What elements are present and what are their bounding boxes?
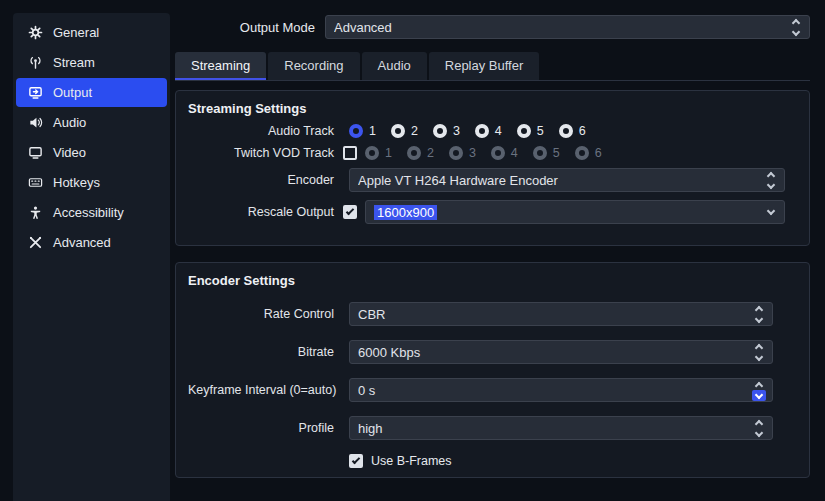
bitrate-label: Bitrate [188, 345, 343, 359]
radio-label: 5 [537, 124, 544, 138]
audio-track-option-2[interactable]: 2 [391, 124, 418, 138]
bitrate-value: 6000 Kbps [358, 345, 752, 360]
stream-icon [27, 55, 43, 71]
sidebar-item-label: General [53, 25, 99, 40]
rescale-combobox[interactable]: 1600x900 [365, 200, 785, 224]
keyframe-value: 0 s [358, 383, 752, 398]
radio-icon[interactable] [349, 124, 363, 138]
sidebar-item-output[interactable]: Output [16, 78, 167, 107]
b-frames-checkbox[interactable] [349, 454, 363, 468]
b-frames-row: Use B-Frames [188, 454, 797, 468]
profile-label: Profile [188, 421, 343, 435]
audio-track-radio-group: 1 2 3 4 5 6 [343, 124, 797, 138]
bitrate-spinbox[interactable]: 6000 Kbps [349, 340, 773, 364]
radio-icon[interactable] [391, 124, 405, 138]
twitch-vod-option-5: 5 [533, 146, 560, 160]
rescale-controls: 1600x900 [343, 200, 797, 224]
twitch-vod-option-2: 2 [407, 146, 434, 160]
sidebar-item-label: Stream [53, 55, 95, 70]
rate-control-row: Rate Control CBR [188, 302, 797, 326]
settings-sidebar: General Stream Output A [13, 13, 170, 501]
spin-up-button[interactable] [752, 379, 766, 390]
sidebar-item-label: Accessibility [53, 205, 124, 220]
twitch-vod-row: Twitch VOD Track 1 2 3 4 5 [188, 146, 797, 160]
radio-icon [533, 146, 547, 160]
rescale-row: Rescale Output 1600x900 [188, 200, 797, 224]
twitch-vod-checkbox[interactable] [343, 146, 357, 160]
radio-icon[interactable] [433, 124, 447, 138]
output-icon [27, 85, 43, 101]
sidebar-item-label: Video [53, 145, 86, 160]
output-mode-select[interactable]: Advanced [325, 15, 810, 39]
audio-track-option-3[interactable]: 3 [433, 124, 460, 138]
encoder-label: Encoder [188, 173, 343, 187]
gear-icon [27, 25, 43, 41]
sidebar-item-audio[interactable]: Audio [16, 108, 167, 137]
audio-track-row: Audio Track 1 2 3 4 5 [188, 124, 797, 138]
audio-track-label: Audio Track [188, 124, 343, 138]
profile-control: high [343, 416, 797, 440]
radio-icon[interactable] [517, 124, 531, 138]
spin-down-button[interactable] [752, 390, 766, 401]
rescale-value: 1600x900 [374, 205, 764, 220]
tab-streaming[interactable]: Streaming [175, 52, 266, 80]
rate-control-control: CBR [343, 302, 797, 326]
profile-row: Profile high [188, 416, 797, 440]
encoder-select[interactable]: Apple VT H264 Hardware Encoder [349, 168, 785, 192]
twitch-vod-controls: 1 2 3 4 5 6 [343, 146, 797, 160]
chevron-down-icon[interactable] [764, 207, 778, 218]
sidebar-item-general[interactable]: General [16, 18, 167, 47]
keyframe-label: Keyframe Interval (0=auto) [188, 383, 343, 397]
encoder-control: Apple VT H264 Hardware Encoder [343, 168, 797, 192]
radio-label: 6 [595, 146, 602, 160]
spin-down-button[interactable] [752, 352, 766, 363]
sidebar-item-label: Output [53, 85, 92, 100]
tab-recording[interactable]: Recording [268, 52, 359, 80]
audio-track-option-5[interactable]: 5 [517, 124, 544, 138]
radio-label: 1 [385, 146, 392, 160]
radio-label: 6 [579, 124, 586, 138]
spin-up-button[interactable] [752, 341, 766, 352]
radio-icon [491, 146, 505, 160]
radio-label: 3 [453, 124, 460, 138]
radio-icon [449, 146, 463, 160]
group-title: Encoder Settings [188, 273, 797, 288]
radio-icon [365, 146, 379, 160]
radio-icon [575, 146, 589, 160]
radio-icon[interactable] [475, 124, 489, 138]
twitch-vod-option-1: 1 [365, 146, 392, 160]
rate-control-value: CBR [358, 307, 752, 322]
twitch-vod-label: Twitch VOD Track [188, 146, 343, 160]
sidebar-item-advanced[interactable]: Advanced [16, 228, 167, 257]
hotkeys-icon [27, 175, 43, 191]
accessibility-icon [27, 205, 43, 221]
tab-replay-buffer[interactable]: Replay Buffer [429, 52, 540, 80]
keyframe-row: Keyframe Interval (0=auto) 0 s [188, 378, 797, 402]
audio-track-option-6[interactable]: 6 [559, 124, 586, 138]
profile-value: high [358, 421, 752, 436]
audio-track-option-4[interactable]: 4 [475, 124, 502, 138]
keyframe-spinbox[interactable]: 0 s [349, 378, 773, 402]
radio-icon[interactable] [559, 124, 573, 138]
chevron-updown-icon [764, 170, 778, 191]
profile-select[interactable]: high [349, 416, 773, 440]
tab-audio[interactable]: Audio [362, 52, 427, 80]
streaming-settings-group: Streaming Settings Audio Track 1 2 3 4 [175, 90, 810, 246]
b-frames-label: Use B-Frames [371, 454, 452, 468]
encoder-value: Apple VT H264 Hardware Encoder [358, 173, 764, 188]
chevron-updown-icon [752, 418, 766, 439]
rate-control-select[interactable]: CBR [349, 302, 773, 326]
encoder-row: Encoder Apple VT H264 Hardware Encoder [188, 168, 797, 192]
sidebar-item-label: Advanced [53, 235, 111, 250]
advanced-icon [27, 235, 43, 251]
output-mode-value: Advanced [334, 20, 789, 35]
video-icon [27, 145, 43, 161]
sidebar-item-video[interactable]: Video [16, 138, 167, 167]
audio-track-option-1[interactable]: 1 [349, 124, 376, 138]
sidebar-item-hotkeys[interactable]: Hotkeys [16, 168, 167, 197]
sidebar-item-stream[interactable]: Stream [16, 48, 167, 77]
rescale-checkbox[interactable] [343, 205, 357, 219]
group-title: Streaming Settings [188, 101, 797, 116]
sidebar-item-accessibility[interactable]: Accessibility [16, 198, 167, 227]
twitch-vod-option-4: 4 [491, 146, 518, 160]
